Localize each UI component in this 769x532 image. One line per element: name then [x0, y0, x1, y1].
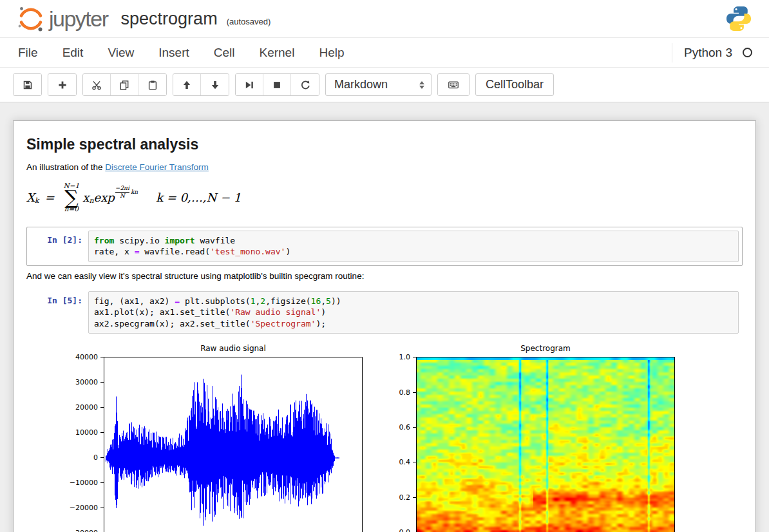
code-line: ax2.specgram(x); ax2.set_title('Spectrog…: [94, 318, 733, 330]
save-icon: [23, 80, 33, 90]
waveform-canvas: [104, 357, 362, 532]
jupyter-logo-icon: [17, 5, 45, 33]
command-palette-button[interactable]: [438, 74, 469, 95]
eq-body: x: [82, 191, 89, 204]
autosave-status: (autosaved): [227, 17, 271, 26]
eq-lhs-sub: k: [35, 196, 39, 205]
run-icon: [244, 80, 254, 90]
run-button[interactable]: [236, 74, 263, 95]
cell-type-select[interactable]: Markdown: [325, 73, 432, 96]
kernel-status-icon: [743, 48, 752, 57]
figure-title: Spectrogram: [416, 344, 675, 357]
jupyter-logo[interactable]: jupyter: [17, 5, 108, 33]
y-axis-spectrogram: 1.00.80.60.40.20.0: [392, 357, 416, 532]
code-input[interactable]: fig, (ax1, ax2) = plt.subplots(1,2,figsi…: [88, 291, 739, 334]
y-tick-label: −10000: [70, 479, 98, 487]
code-line: from scipy.io import wavfile: [94, 235, 733, 247]
paste-button[interactable]: [138, 74, 166, 95]
copy-button[interactable]: [111, 74, 138, 95]
equation: Xk = N−1 ∑ n=0 xn exp −2πiN kn k = 0,…,N…: [26, 182, 743, 213]
eq-exponent: −2πiN kn: [115, 185, 138, 199]
keyboard-icon: [448, 79, 459, 90]
copy-icon: [119, 80, 129, 90]
y-tick-label: 0.0: [399, 528, 411, 532]
y-tick-label: 0.2: [399, 493, 411, 501]
y-axis-raw-audio: 400003000020000100000−10000−20000−30000: [73, 357, 104, 532]
eq-equals: =: [45, 191, 55, 204]
code-input[interactable]: from scipy.io import wavfilerate, x = wa…: [88, 231, 739, 262]
stop-icon: [272, 80, 282, 90]
y-tick-label: 30000: [75, 378, 98, 386]
output-area: 400003000020000100000−10000−20000−30000 …: [73, 344, 743, 532]
kernel-name: Python 3: [684, 46, 732, 60]
code-cell-2[interactable]: In [5]: fig, (ax1, ax2) = plt.subplots(1…: [26, 287, 743, 338]
spectrogram-canvas: [417, 357, 674, 532]
cell-type-value: Markdown: [334, 78, 388, 91]
plot-box-raw-audio: [104, 357, 363, 532]
y-tick-label: 1.0: [399, 353, 411, 361]
figure-raw-audio: 400003000020000100000−10000−20000−30000 …: [73, 344, 363, 532]
arrow-up-icon: [182, 80, 192, 90]
figure-title: Raw audio signal: [104, 344, 363, 357]
dft-link[interactable]: Discrete Fourier Transform: [105, 162, 209, 172]
plot-box-spectrogram: [416, 357, 675, 532]
cell-prompt: In [2]:: [30, 231, 88, 262]
y-tick-label: 0: [93, 453, 98, 462]
y-tick-label: 40000: [75, 353, 98, 361]
markdown-heading: Simple spectral analysis: [26, 136, 743, 153]
y-tick-label: −20000: [70, 504, 98, 512]
toolbar: Markdown CellToolbar: [0, 68, 769, 102]
kernel-indicator-area: Python 3: [672, 43, 752, 62]
move-up-button[interactable]: [173, 74, 201, 95]
celltoolbar-button[interactable]: CellToolbar: [475, 73, 554, 96]
jupyter-wordmark: jupyter: [49, 8, 108, 30]
arrow-down-icon: [210, 80, 220, 90]
eq-summation: N−1 ∑ n=0: [64, 182, 80, 213]
notebook-container: Simple spectral analysis An illustration…: [13, 120, 756, 532]
menu-item-help[interactable]: Help: [307, 46, 356, 60]
menu-item-insert[interactable]: Insert: [146, 46, 202, 60]
cut-button[interactable]: [83, 74, 111, 95]
y-tick-label: 0.4: [399, 458, 411, 466]
code-line: fig, (ax1, ax2) = plt.subplots(1,2,figsi…: [94, 296, 733, 307]
eq-exp: exp: [94, 191, 115, 204]
restart-button[interactable]: [291, 74, 319, 95]
code-line: rate, x = wavfile.read('test_mono.wav'): [94, 246, 733, 258]
cell-prompt: In [5]:: [30, 291, 88, 334]
select-spinner-icon: [419, 81, 424, 89]
notebook-title[interactable]: spectrogram: [121, 10, 218, 28]
y-tick-label: 10000: [75, 428, 98, 437]
menubar: File Edit View Insert Cell Kernel Help P…: [0, 37, 769, 68]
save-button[interactable]: [14, 74, 41, 95]
code-line: ax1.plot(x); ax1.set_title('Raw audio si…: [94, 307, 733, 318]
menu-item-kernel[interactable]: Kernel: [247, 46, 307, 60]
menu-item-edit[interactable]: Edit: [50, 46, 96, 60]
menu-item-cell[interactable]: Cell: [202, 46, 247, 60]
code-cell-1[interactable]: In [2]: from scipy.io import wavfilerate…: [26, 227, 743, 266]
intro-paragraph: An illustration of the Discrete Fourier …: [26, 162, 743, 172]
markdown-paragraph: And we can easily view it's spectral str…: [26, 271, 743, 281]
paste-icon: [147, 80, 158, 90]
scissors-icon: [91, 80, 102, 90]
plus-icon: [57, 80, 68, 90]
y-tick-label: 20000: [75, 403, 98, 412]
add-cell-button[interactable]: [48, 74, 76, 95]
y-tick-label: 0.8: [399, 388, 411, 396]
sigma-symbol: ∑: [64, 189, 78, 206]
move-down-button[interactable]: [201, 74, 229, 95]
restart-icon: [300, 80, 310, 90]
y-tick-label: 0.6: [399, 423, 411, 432]
python-logo-icon: [725, 5, 752, 32]
intro-text: An illustration of the: [26, 162, 105, 172]
y-tick-label: −30000: [70, 529, 98, 532]
stop-button[interactable]: [263, 74, 291, 95]
eq-lhs: X: [26, 191, 35, 204]
menu-item-file[interactable]: File: [17, 46, 50, 60]
menu-item-view[interactable]: View: [95, 46, 146, 60]
eq-range: k = 0,…,N − 1: [156, 191, 241, 204]
notebook-workspace: Simple spectral analysis An illustration…: [0, 102, 769, 532]
notebook-header: jupyter spectrogram (autosaved): [0, 0, 769, 37]
figure-spectrogram: 1.00.80.60.40.20.0 Spectrogram: [392, 344, 675, 532]
